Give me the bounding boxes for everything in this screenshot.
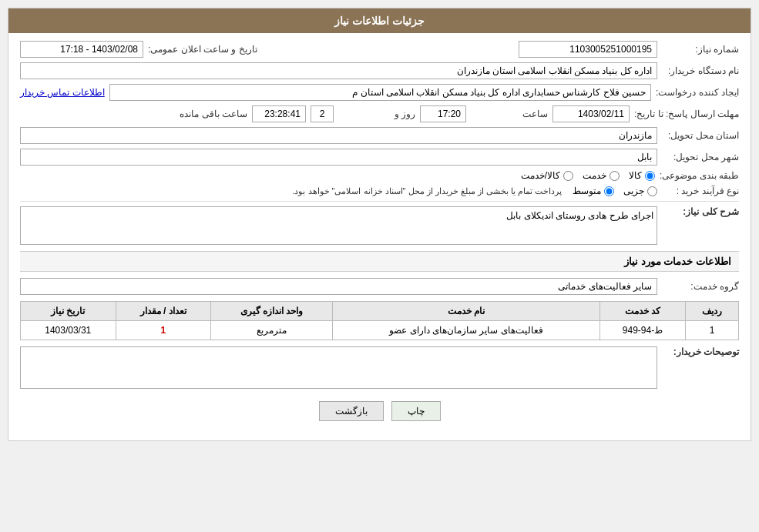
sharh-value: اجرای طرح هادی روستای اندیکلای بابل: [20, 206, 657, 245]
col-radif: ردیف: [686, 302, 739, 321]
nooe-radio-group: متوسط جزیی: [573, 186, 657, 196]
nooe-jozii[interactable]: جزیی: [623, 186, 657, 196]
tarikh-label: تاریخ و ساعت اعلان عمومی:: [148, 44, 257, 55]
tabaqe-kala-khidmat[interactable]: کالا/خدمت: [521, 170, 573, 181]
cell-kod: ط-94-949: [599, 321, 685, 340]
shomare-niaz-label: شماره نیاز:: [662, 44, 739, 55]
shahr-value: بابل: [20, 149, 657, 166]
nooe-jozii-label: جزیی: [623, 186, 644, 196]
ijad-value: حسین فلاح کارشناس حسابداری اداره کل بنیا…: [109, 84, 651, 101]
nooe-motavaset-radio[interactable]: [604, 186, 614, 196]
table-row: 1 ط-94-949 فعالیت‌های سایر سازمان‌های دا…: [21, 321, 739, 340]
ijad-label: ایجاد کننده درخواست:: [656, 87, 739, 98]
tabaqe-khidmat[interactable]: خدمت: [583, 170, 620, 181]
mohlat-date: 1403/02/11: [552, 105, 630, 122]
ostan-value: مازندران: [20, 127, 657, 144]
sharh-label: شرح کلی نیاز:: [662, 206, 739, 217]
col-tarikh: تاریخ نیاز: [21, 302, 116, 321]
button-row: چاپ بازگشت: [20, 393, 739, 433]
tabaqe-kala-label: کالا: [629, 170, 642, 181]
mohlat-rooz: 2: [311, 105, 334, 122]
col-vahed: واحد اندازه گیری: [210, 302, 332, 321]
nam-dastgah-label: نام دستگاه خریدار:: [662, 65, 739, 76]
shomare-niaz-value: 1103005251000195: [519, 41, 657, 58]
nam-dastgah-value: اداره کل بنیاد مسکن انقلاب اسلامی استان …: [20, 62, 657, 79]
cell-nam: فعالیت‌های سایر سازمان‌های دارای عضو: [333, 321, 600, 340]
shahr-label: شهر محل تحویل:: [662, 152, 739, 162]
tabaqe-radio-group: کالا/خدمت خدمت کالا: [521, 170, 655, 181]
tabaqe-kala-radio[interactable]: [645, 171, 655, 181]
cell-tarikh: 1403/03/31: [21, 321, 116, 340]
grooh-value: سایر فعالیت‌های خدماتی: [20, 278, 657, 295]
nooe-motavaset[interactable]: متوسط: [573, 186, 614, 196]
back-button[interactable]: بازگشت: [319, 401, 384, 421]
nooe-label: نوع فرآیند خرید :: [662, 186, 739, 196]
col-tedad: تعداد / مقدار: [116, 302, 210, 321]
mohlat-mande: 23:28:41: [252, 105, 306, 122]
khadamat-table: ردیف کد خدمت نام خدمت واحد اندازه گیری ت…: [20, 301, 739, 340]
nooe-jozii-radio[interactable]: [647, 186, 657, 196]
mohlat-mande-label: ساعت باقی مانده: [170, 109, 247, 119]
ostan-label: استان محل تحویل:: [662, 130, 739, 141]
mohlat-rooz-label: روز و: [338, 109, 415, 119]
khadamat-section-title: اطلاعات خدمات مورد نیاز: [20, 251, 739, 272]
col-kod: کد خدمت: [599, 302, 685, 321]
cell-radif: 1: [686, 321, 739, 340]
tabaqe-kala-khidmat-label: کالا/خدمت: [521, 170, 560, 181]
tabaqe-khidmat-radio[interactable]: [610, 171, 620, 181]
mohlat-saat-label: ساعت: [471, 109, 548, 119]
tarikh-value: 1403/02/08 - 17:18: [20, 41, 143, 58]
mohlat-saat: 17:20: [420, 105, 466, 122]
tabaqe-kala[interactable]: کالا: [629, 170, 655, 181]
nooe-description: پرداخت تمام یا بخشی از مبلغ خریدار از مح…: [292, 186, 562, 196]
print-button[interactable]: چاپ: [391, 401, 441, 421]
tosif-label: توصیحات خریدار:: [662, 346, 739, 357]
page-title: جزئیات اطلاعات نیاز: [8, 8, 751, 33]
tosif-textarea[interactable]: [20, 346, 657, 389]
nooe-motavaset-label: متوسط: [573, 186, 601, 196]
grooh-label: گروه خدمت:: [662, 281, 739, 292]
tabaqe-khidmat-label: خدمت: [583, 170, 606, 181]
cell-tedad: 1: [116, 321, 210, 340]
tabaqe-label: طبقه بندی موضوعی:: [660, 170, 739, 181]
mohlat-label: مهلت ارسال پاسخ: تا تاریخ:: [634, 109, 739, 119]
tabaqe-kala-khidmat-radio[interactable]: [563, 171, 573, 181]
col-nam: نام خدمت: [333, 302, 600, 321]
ijad-link[interactable]: اطلاعات تماس خریدار: [20, 87, 105, 98]
cell-vahed: مترمربع: [210, 321, 332, 340]
